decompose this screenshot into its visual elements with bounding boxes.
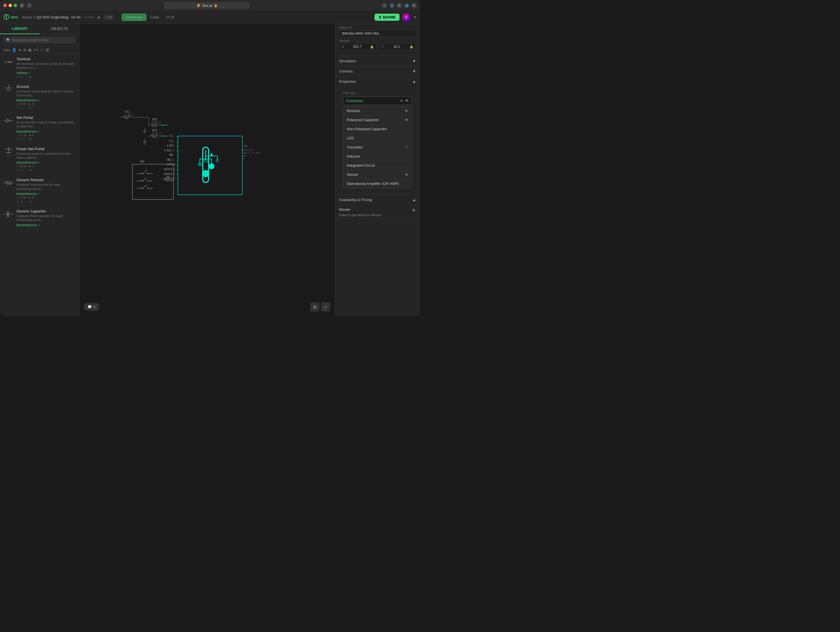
filter-table-icon[interactable]: ▦ (28, 48, 32, 52)
list-item[interactable]: Terminal An electrical connector acting … (0, 54, 79, 82)
tab-pcb[interactable]: PCB (163, 14, 178, 21)
tab-library[interactable]: LIBRARY (0, 24, 40, 34)
pol-cap-eye[interactable]: 👁 (405, 118, 408, 122)
tab-objects[interactable]: OBJECTS (40, 24, 80, 34)
svg-text:GND: GND (169, 154, 173, 157)
pol-cap-label: Polarized Capacitor (347, 118, 379, 122)
svg-text:R29: R29 (152, 128, 157, 132)
schematic-canvas[interactable]: R11 5.1k Ω R28 5.1k Ω R29 5.1k Ω (80, 24, 335, 316)
library-list: Terminal An electrical connector acting … (0, 54, 79, 316)
fork-count: ⑂ 6 (104, 15, 114, 20)
pos-x-input[interactable]: X: 331.7 🔒 (339, 43, 377, 50)
plus-button[interactable]: + (382, 3, 387, 8)
filter-star-icon[interactable]: ★ (18, 48, 22, 52)
filter-person-icon[interactable]: 👤 (12, 48, 16, 52)
mouser-chevron[interactable]: ▲ (412, 207, 416, 212)
part-type-input[interactable] (346, 99, 400, 103)
inductor-label: Inductor (347, 154, 360, 158)
terminal-info: Terminal An electrical connector acting … (16, 57, 76, 79)
svg-point-1 (9, 61, 11, 63)
controls-label: Controls (339, 69, 353, 73)
capacitor-icon (3, 209, 14, 219)
dropdown-item-led[interactable]: LED (343, 134, 412, 143)
breadcrumb-user[interactable]: brooks (22, 15, 32, 19)
svg-text:J: J (243, 158, 245, 160)
menu-icon[interactable]: ⊡ (412, 3, 417, 8)
list-item[interactable]: Net Portal A net identifier used to crea… (0, 112, 79, 144)
tab-schematic[interactable]: Schematic (122, 14, 146, 21)
dropdown-item-op-amp[interactable]: Operational Amplifier (OP-AMP) (343, 179, 412, 188)
comment-button[interactable]: 💬 0 (84, 303, 99, 310)
svg-point-106 (147, 188, 148, 189)
star-button[interactable]: ★ (97, 15, 101, 20)
part-type-input-row: ✕ 👁 (343, 97, 412, 105)
url-bar[interactable]: ⚡ flux.ai 🔒 (164, 2, 249, 9)
dropdown-item-resistor[interactable]: Resistor 👁 (343, 106, 412, 116)
sensor-eye[interactable]: 👁 (405, 173, 408, 177)
share-button[interactable]: ⬆ SHARE (374, 14, 400, 21)
dropdown-item-pol-cap[interactable]: Polarized Capacitor 👁 (343, 116, 412, 125)
controls-chevron: ▼ (412, 69, 416, 73)
svg-text:Portal: Portal (165, 179, 174, 182)
user-avatar[interactable]: B (403, 13, 411, 21)
pos-x-field: X: 331.7 🔒 (339, 43, 377, 50)
ground-author: jharwinbarrozo ✓ (16, 98, 76, 102)
object-id-value: 3bffc9be-9665-4063-98d… (339, 30, 416, 37)
canvas-area[interactable]: R11 5.1k Ω R28 5.1k Ω R29 5.1k Ω (80, 24, 335, 316)
list-item[interactable]: Generic Capacitor A generic fixed capaci… (0, 206, 79, 230)
transistor-eye-hidden[interactable]: 👁 (405, 145, 408, 149)
breadcrumb-project[interactable]: Q4 2022 Dogfooding - On Air (37, 15, 81, 19)
filter-code-icon[interactable]: </> (33, 48, 39, 52)
comment-icon: 💬 (87, 305, 92, 309)
list-item[interactable]: Ground A common return path for electric… (0, 82, 79, 113)
dropdown-item-inductor[interactable]: Inductor (343, 152, 412, 161)
simulation-header[interactable]: Simulation ▼ (335, 56, 420, 66)
share-icon: ⬆ (379, 15, 382, 19)
search-input-wrap[interactable]: 🔍 (3, 37, 76, 44)
object-id-label: Object ID (339, 26, 416, 29)
account-chevron[interactable]: ▼ (413, 15, 417, 19)
tab-code[interactable]: Code (147, 14, 163, 21)
svg-text:CC2: CC2 (169, 139, 173, 143)
filter-grid-icon[interactable]: ⊞ (23, 48, 27, 52)
power-net-portal-author: jharwinbarrozo ✓ (16, 161, 76, 164)
dropdown-item-transistor[interactable]: Transistor 👁 (343, 143, 412, 152)
object-id-row: Object ID 3bffc9be-9665-4063-98d… (339, 26, 416, 37)
list-item[interactable]: T Power Net Portal Power net portal is a… (0, 144, 79, 175)
list-item[interactable]: Generic Resistor A generic fixed resisto… (0, 175, 79, 206)
fullscreen-button[interactable]: ⤢ (321, 303, 330, 312)
grid-view-button[interactable]: ⊞ (310, 303, 319, 312)
search-icon: 🔍 (6, 38, 11, 42)
minimize-button[interactable] (8, 4, 12, 7)
sidebar-toggle[interactable]: ⊟ (19, 3, 24, 8)
svg-text:Type-C 2.0 6Pin: Type-C 2.0 6Pin (242, 152, 261, 154)
properties-header[interactable]: Properties ▲ (335, 76, 420, 87)
main-layout: LIBRARY OBJECTS 🔍 Filter 👤 ★ ⊞ ▦ </> ⬡ 🛒 (0, 24, 420, 316)
controls-header[interactable]: Controls ▼ (335, 66, 420, 76)
eye-icon[interactable]: 👁 (405, 98, 409, 103)
net-portal-author: jharwinbarrozo ✓ (16, 130, 76, 133)
back-button[interactable]: ‹ (27, 3, 32, 8)
view-buttons: ⊞ ⤢ (310, 303, 330, 312)
close-button[interactable] (3, 4, 7, 7)
filter-shop-icon[interactable]: 🛒 (45, 48, 50, 52)
ic-label: Integrated Circuit (347, 163, 375, 168)
clear-part-type-button[interactable]: ✕ (400, 98, 403, 103)
search-input[interactable] (12, 38, 73, 42)
dropdown-item-sensor[interactable]: Sensor 👁 (343, 170, 412, 179)
people-icon[interactable]: 👥 (404, 3, 409, 8)
maximize-button[interactable] (14, 4, 17, 7)
extensions-icon[interactable]: ⊕ (397, 3, 402, 8)
object-id-content: Object ID 3bffc9be-9665-4063-98d… Positi… (335, 24, 420, 56)
profile-icon[interactable]: 👤 (389, 3, 395, 8)
dropdown-item-ic[interactable]: Integrated Circuit (343, 161, 412, 170)
dropdown-item-non-pol-cap[interactable]: Non-Polarized Capacitor (343, 125, 412, 134)
pos-y-input[interactable]: Y: 16.1 🔒 (379, 43, 416, 50)
resistor-eye[interactable]: 👁 (405, 109, 408, 113)
availability-header[interactable]: Availability & Pricing ▲ (335, 195, 420, 205)
breadcrumb: brooks / Q4 2022 Dogfooding - On Air (22, 15, 81, 19)
svg-text:5.1k Ω: 5.1k Ω (152, 132, 161, 135)
properties-label: Properties (339, 79, 356, 84)
filter-chip-icon[interactable]: ⬡ (40, 48, 43, 52)
svg-text:GND_1: GND_1 (167, 158, 174, 161)
